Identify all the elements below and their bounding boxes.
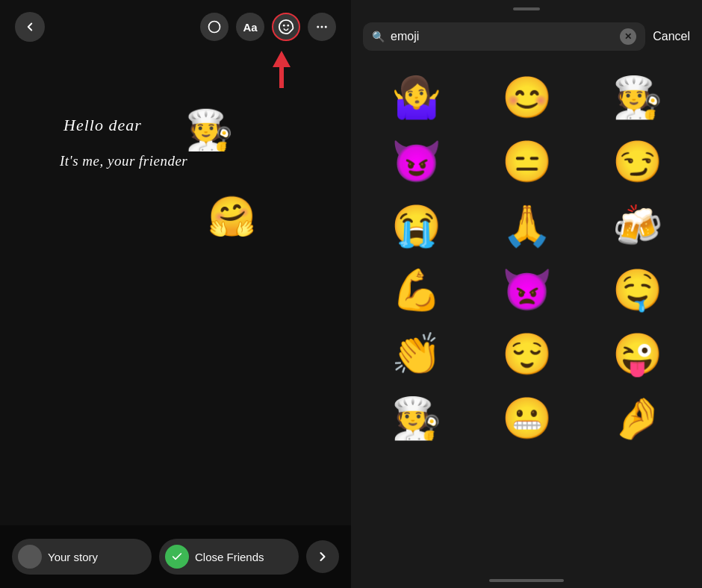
emoji-item[interactable]: 🤤 xyxy=(584,260,690,319)
clear-search-button[interactable]: ✕ xyxy=(620,28,636,45)
svg-point-4 xyxy=(321,26,323,28)
emoji-item[interactable]: 😭 xyxy=(363,196,469,255)
emoji-item[interactable]: 😜 xyxy=(584,324,690,384)
bottom-handle xyxy=(489,579,564,582)
emoji-search-input[interactable] xyxy=(391,30,614,43)
arrow-indicator xyxy=(273,51,291,88)
story-editor-panel: Aa xyxy=(0,0,351,588)
emoji-item[interactable]: 👏 xyxy=(363,324,469,384)
close-friends-button[interactable]: Close Friends xyxy=(159,539,299,575)
emoji-item[interactable]: 💪 xyxy=(363,260,469,319)
svg-point-1 xyxy=(283,25,285,27)
story-topbar: Aa xyxy=(0,0,351,54)
story-content-area: Hello dear It's me, your friender 🧑‍🍳 🤗 xyxy=(0,0,351,588)
emoji-item[interactable]: 😈 xyxy=(363,131,469,191)
emoji-item[interactable]: 😏 xyxy=(584,131,690,191)
emoji-item[interactable]: 🧑‍🍳 xyxy=(363,388,469,448)
circle-tool-button[interactable] xyxy=(200,13,229,41)
emoji-grid: 🤷‍♀️😊🧑‍🍳😈😑😏😭🙏🍻💪👿🤤👏😌😜🧑‍🍳😬🤌 xyxy=(351,61,702,573)
cancel-search-button[interactable]: Cancel xyxy=(653,30,690,43)
emoji-item[interactable]: 😑 xyxy=(473,131,580,191)
topbar-left xyxy=(15,12,45,42)
close-friends-icon xyxy=(165,545,189,569)
your-story-label: Your story xyxy=(48,551,98,563)
emoji-item[interactable]: 🍻 xyxy=(584,196,690,255)
text-tool-button[interactable]: Aa xyxy=(236,13,264,41)
arrow-up xyxy=(273,51,291,67)
your-story-button[interactable]: Your story xyxy=(12,539,152,575)
story-bottombar: Your story Close Friends xyxy=(0,525,351,588)
text-tool-label: Aa xyxy=(243,21,257,34)
sticker-tool-button[interactable] xyxy=(272,13,300,41)
story-text-friend: It's me, your friender xyxy=(60,153,187,169)
emoji-item[interactable]: 🤌 xyxy=(584,388,690,448)
send-button[interactable] xyxy=(306,540,339,573)
emoji-item[interactable]: 🤷‍♀️ xyxy=(363,67,469,127)
emoji-picker-panel: 🔍 ✕ Cancel 🤷‍♀️😊🧑‍🍳😈😑😏😭🙏🍻💪👿🤤👏😌😜🧑‍🍳😬🤌 xyxy=(351,0,702,588)
emoji-item[interactable]: 🙏 xyxy=(473,196,580,255)
emoji-item[interactable]: 👿 xyxy=(473,260,580,319)
svg-point-5 xyxy=(325,26,327,28)
hug-emoji-sticker[interactable]: 🤗 xyxy=(208,197,256,236)
svg-point-2 xyxy=(287,25,289,27)
back-button[interactable] xyxy=(15,12,45,42)
arrow-stem xyxy=(279,67,284,88)
emoji-item[interactable]: 🧑‍🍳 xyxy=(584,67,690,127)
emoji-item[interactable]: 😬 xyxy=(473,388,580,448)
search-icon: 🔍 xyxy=(372,31,385,43)
close-friends-label: Close Friends xyxy=(195,551,264,563)
chef-emoji-sticker[interactable]: 🧑‍🍳 xyxy=(185,110,234,149)
user-avatar xyxy=(18,545,42,569)
svg-point-3 xyxy=(317,26,319,28)
story-text-hello: Hello dear xyxy=(63,116,142,135)
search-input-wrapper: 🔍 ✕ xyxy=(363,22,645,51)
topbar-right: Aa xyxy=(200,13,336,41)
emoji-item[interactable]: 😌 xyxy=(473,324,580,384)
more-options-button[interactable] xyxy=(308,13,336,41)
svg-point-0 xyxy=(209,22,220,33)
emoji-search-bar: 🔍 ✕ Cancel xyxy=(351,16,702,57)
emoji-item[interactable]: 😊 xyxy=(473,67,580,127)
drag-handle xyxy=(513,7,540,10)
